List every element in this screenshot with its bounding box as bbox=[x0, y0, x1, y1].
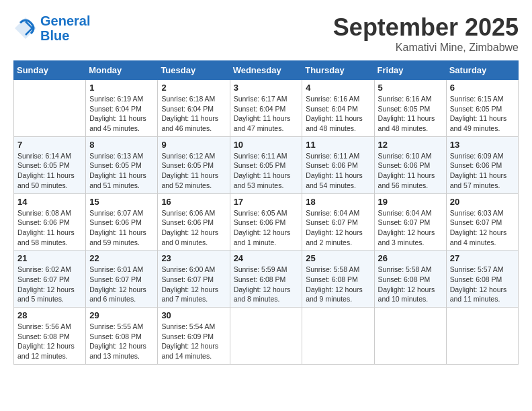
day-info: Sunrise: 6:07 AM Sunset: 6:06 PM Dayligh… bbox=[89, 208, 154, 248]
calendar-cell: 9Sunrise: 6:12 AM Sunset: 6:05 PM Daylig… bbox=[158, 136, 230, 193]
calendar-cell: 4Sunrise: 6:16 AM Sunset: 6:04 PM Daylig… bbox=[302, 80, 374, 137]
calendar-cell: 29Sunrise: 5:55 AM Sunset: 6:08 PM Dayli… bbox=[86, 308, 158, 365]
calendar-cell: 12Sunrise: 6:10 AM Sunset: 6:06 PM Dayli… bbox=[374, 136, 446, 193]
day-info: Sunrise: 6:02 AM Sunset: 6:07 PM Dayligh… bbox=[17, 265, 82, 304]
calendar-cell: 20Sunrise: 6:03 AM Sunset: 6:07 PM Dayli… bbox=[446, 193, 518, 250]
day-number: 2 bbox=[161, 83, 226, 93]
day-number: 16 bbox=[161, 197, 226, 207]
calendar-cell: 19Sunrise: 6:04 AM Sunset: 6:07 PM Dayli… bbox=[374, 193, 446, 250]
day-info: Sunrise: 6:15 AM Sunset: 6:05 PM Dayligh… bbox=[450, 94, 515, 134]
day-number: 19 bbox=[378, 197, 443, 207]
logo: General Blue bbox=[13, 13, 90, 43]
calendar-cell: 30Sunrise: 5:54 AM Sunset: 6:09 PM Dayli… bbox=[158, 308, 230, 365]
calendar-week-row: 14Sunrise: 6:08 AM Sunset: 6:06 PM Dayli… bbox=[14, 193, 519, 250]
calendar-week-row: 7Sunrise: 6:14 AM Sunset: 6:05 PM Daylig… bbox=[14, 136, 519, 193]
weekday-header: Wednesday bbox=[230, 61, 302, 80]
day-info: Sunrise: 6:04 AM Sunset: 6:07 PM Dayligh… bbox=[306, 208, 370, 248]
day-number: 26 bbox=[378, 253, 443, 263]
location: Kamativi Mine, Zimbabwe bbox=[333, 42, 519, 54]
day-number: 28 bbox=[17, 310, 82, 320]
day-info: Sunrise: 6:10 AM Sunset: 6:06 PM Dayligh… bbox=[378, 151, 443, 191]
day-info: Sunrise: 6:12 AM Sunset: 6:05 PM Dayligh… bbox=[161, 151, 226, 191]
calendar-cell bbox=[374, 308, 446, 365]
weekday-header: Sunday bbox=[14, 61, 86, 80]
calendar-cell: 11Sunrise: 6:11 AM Sunset: 6:06 PM Dayli… bbox=[302, 136, 374, 193]
day-number: 11 bbox=[306, 140, 370, 150]
calendar-cell bbox=[446, 308, 518, 365]
calendar-week-row: 28Sunrise: 5:56 AM Sunset: 6:08 PM Dayli… bbox=[14, 308, 519, 365]
day-number: 17 bbox=[234, 197, 299, 207]
weekday-header: Tuesday bbox=[158, 61, 230, 80]
calendar-cell: 15Sunrise: 6:07 AM Sunset: 6:06 PM Dayli… bbox=[86, 193, 158, 250]
day-info: Sunrise: 6:11 AM Sunset: 6:06 PM Dayligh… bbox=[306, 151, 370, 191]
calendar-cell: 1Sunrise: 6:19 AM Sunset: 6:04 PM Daylig… bbox=[86, 80, 158, 137]
title-block: September 2025 Kamativi Mine, Zimbabwe bbox=[333, 13, 519, 54]
day-info: Sunrise: 5:59 AM Sunset: 6:08 PM Dayligh… bbox=[234, 265, 299, 304]
calendar-cell: 25Sunrise: 5:58 AM Sunset: 6:08 PM Dayli… bbox=[302, 250, 374, 308]
day-info: Sunrise: 6:05 AM Sunset: 6:06 PM Dayligh… bbox=[234, 208, 299, 248]
weekday-header: Monday bbox=[86, 61, 158, 80]
day-info: Sunrise: 6:14 AM Sunset: 6:05 PM Dayligh… bbox=[17, 151, 82, 191]
day-number: 29 bbox=[89, 310, 154, 320]
day-info: Sunrise: 6:03 AM Sunset: 6:07 PM Dayligh… bbox=[450, 208, 515, 248]
calendar-cell: 16Sunrise: 6:06 AM Sunset: 6:06 PM Dayli… bbox=[158, 193, 230, 250]
logo-text-general: General bbox=[40, 13, 90, 28]
day-info: Sunrise: 5:54 AM Sunset: 6:09 PM Dayligh… bbox=[161, 322, 226, 361]
calendar-cell: 21Sunrise: 6:02 AM Sunset: 6:07 PM Dayli… bbox=[14, 250, 86, 308]
day-info: Sunrise: 5:58 AM Sunset: 6:08 PM Dayligh… bbox=[378, 265, 443, 304]
weekday-header: Friday bbox=[374, 61, 446, 80]
day-number: 24 bbox=[234, 253, 299, 263]
calendar-cell: 17Sunrise: 6:05 AM Sunset: 6:06 PM Dayli… bbox=[230, 193, 302, 250]
calendar-cell: 23Sunrise: 6:00 AM Sunset: 6:07 PM Dayli… bbox=[158, 250, 230, 308]
day-number: 1 bbox=[89, 83, 154, 93]
calendar-week-row: 1Sunrise: 6:19 AM Sunset: 6:04 PM Daylig… bbox=[14, 80, 519, 137]
calendar-cell: 14Sunrise: 6:08 AM Sunset: 6:06 PM Dayli… bbox=[14, 193, 86, 250]
day-number: 14 bbox=[17, 197, 82, 207]
day-number: 27 bbox=[450, 253, 515, 263]
day-info: Sunrise: 6:01 AM Sunset: 6:07 PM Dayligh… bbox=[89, 265, 154, 304]
calendar-cell: 3Sunrise: 6:17 AM Sunset: 6:04 PM Daylig… bbox=[230, 80, 302, 137]
day-number: 10 bbox=[234, 140, 299, 150]
day-number: 9 bbox=[161, 140, 226, 150]
day-number: 7 bbox=[17, 140, 82, 150]
day-number: 3 bbox=[234, 83, 299, 93]
day-info: Sunrise: 5:55 AM Sunset: 6:08 PM Dayligh… bbox=[89, 322, 154, 361]
day-number: 30 bbox=[161, 310, 226, 320]
day-info: Sunrise: 6:19 AM Sunset: 6:04 PM Dayligh… bbox=[89, 94, 154, 134]
day-number: 13 bbox=[450, 140, 515, 150]
day-info: Sunrise: 5:57 AM Sunset: 6:08 PM Dayligh… bbox=[450, 265, 515, 304]
calendar-cell: 13Sunrise: 6:09 AM Sunset: 6:06 PM Dayli… bbox=[446, 136, 518, 193]
day-number: 15 bbox=[89, 197, 154, 207]
calendar-cell bbox=[14, 80, 86, 137]
logo-icon bbox=[13, 16, 38, 40]
calendar-cell bbox=[230, 308, 302, 365]
calendar-cell: 22Sunrise: 6:01 AM Sunset: 6:07 PM Dayli… bbox=[86, 250, 158, 308]
page-header: General Blue September 2025 Kamativi Min… bbox=[13, 13, 519, 54]
calendar-cell: 8Sunrise: 6:13 AM Sunset: 6:05 PM Daylig… bbox=[86, 136, 158, 193]
calendar-cell: 5Sunrise: 6:16 AM Sunset: 6:05 PM Daylig… bbox=[374, 80, 446, 137]
logo-text-blue: Blue bbox=[40, 28, 90, 43]
day-info: Sunrise: 6:16 AM Sunset: 6:05 PM Dayligh… bbox=[378, 94, 443, 134]
day-info: Sunrise: 6:00 AM Sunset: 6:07 PM Dayligh… bbox=[161, 265, 226, 304]
calendar-cell: 26Sunrise: 5:58 AM Sunset: 6:08 PM Dayli… bbox=[374, 250, 446, 308]
calendar-cell: 6Sunrise: 6:15 AM Sunset: 6:05 PM Daylig… bbox=[446, 80, 518, 137]
calendar-cell: 28Sunrise: 5:56 AM Sunset: 6:08 PM Dayli… bbox=[14, 308, 86, 365]
day-number: 12 bbox=[378, 140, 443, 150]
day-number: 25 bbox=[306, 253, 370, 263]
calendar-cell bbox=[302, 308, 374, 365]
day-info: Sunrise: 5:56 AM Sunset: 6:08 PM Dayligh… bbox=[17, 322, 82, 361]
calendar-week-row: 21Sunrise: 6:02 AM Sunset: 6:07 PM Dayli… bbox=[14, 250, 519, 308]
day-number: 8 bbox=[89, 140, 154, 150]
day-number: 6 bbox=[450, 83, 515, 93]
day-info: Sunrise: 6:11 AM Sunset: 6:05 PM Dayligh… bbox=[234, 151, 299, 191]
day-info: Sunrise: 6:16 AM Sunset: 6:04 PM Dayligh… bbox=[306, 94, 370, 134]
day-number: 20 bbox=[450, 197, 515, 207]
calendar-cell: 10Sunrise: 6:11 AM Sunset: 6:05 PM Dayli… bbox=[230, 136, 302, 193]
day-info: Sunrise: 6:09 AM Sunset: 6:06 PM Dayligh… bbox=[450, 151, 515, 191]
weekday-header: Thursday bbox=[302, 61, 374, 80]
day-number: 23 bbox=[161, 253, 226, 263]
day-info: Sunrise: 6:13 AM Sunset: 6:05 PM Dayligh… bbox=[89, 151, 154, 191]
day-info: Sunrise: 6:17 AM Sunset: 6:04 PM Dayligh… bbox=[234, 94, 299, 134]
day-info: Sunrise: 5:58 AM Sunset: 6:08 PM Dayligh… bbox=[306, 265, 370, 304]
day-info: Sunrise: 6:08 AM Sunset: 6:06 PM Dayligh… bbox=[17, 208, 82, 248]
